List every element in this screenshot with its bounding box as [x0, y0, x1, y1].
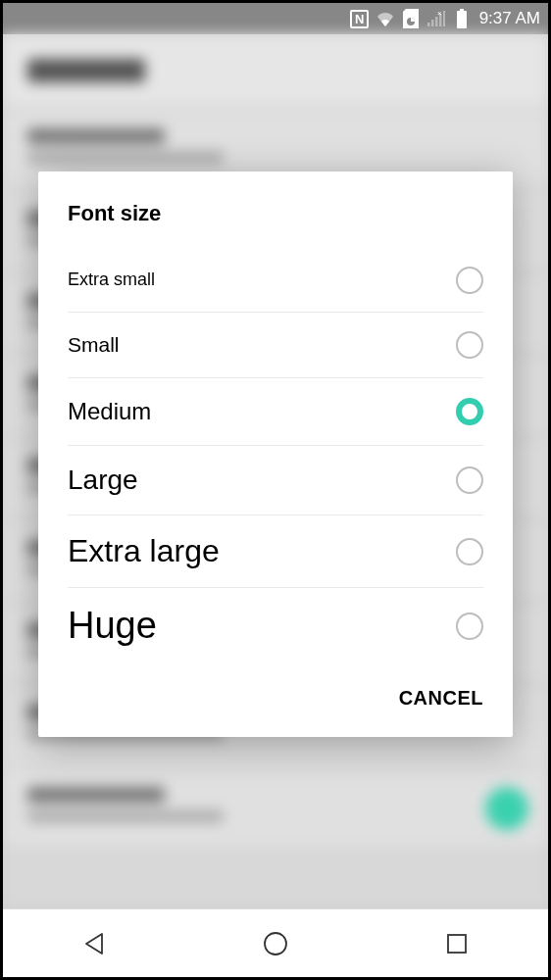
option-list: Extra small Small Medium Large Extra lar…	[38, 248, 513, 663]
square-recent-icon	[445, 932, 469, 956]
circle-home-icon	[262, 930, 289, 957]
wifi-icon	[376, 9, 395, 28]
option-huge[interactable]: Huge	[68, 588, 483, 663]
radio-icon	[456, 466, 483, 494]
option-label: Medium	[68, 378, 151, 445]
svg-rect-10	[448, 935, 466, 953]
signal-icon: ×	[426, 9, 446, 28]
option-label: Extra large	[68, 515, 220, 587]
option-medium[interactable]: Medium	[68, 378, 483, 446]
status-time: 9:37 AM	[479, 9, 540, 28]
option-label: Extra small	[68, 248, 155, 312]
radio-icon	[456, 538, 483, 565]
radio-icon-selected	[456, 398, 483, 425]
option-large[interactable]: Large	[68, 446, 483, 515]
font-size-dialog: Font size Extra small Small Medium Large…	[38, 172, 513, 737]
svg-rect-8	[457, 11, 467, 28]
status-bar: N ×	[3, 3, 548, 34]
triangle-back-icon	[81, 931, 107, 956]
svg-rect-1	[427, 23, 430, 26]
svg-rect-2	[431, 20, 434, 26]
option-small[interactable]: Small	[68, 313, 483, 378]
option-label: Small	[68, 313, 120, 377]
svg-text:×: ×	[437, 11, 442, 18]
option-extra-large[interactable]: Extra large	[68, 515, 483, 588]
nav-back-button[interactable]	[76, 926, 112, 961]
radio-icon	[456, 267, 483, 294]
cancel-button[interactable]: CANCEL	[399, 687, 483, 710]
svg-rect-5	[443, 11, 445, 26]
nav-home-button[interactable]	[258, 926, 293, 961]
battery-icon	[452, 9, 472, 28]
option-label: Large	[68, 446, 138, 514]
option-extra-small[interactable]: Extra small	[68, 248, 483, 313]
dialog-title: Font size	[38, 172, 513, 248]
sim-icon	[401, 9, 421, 28]
nav-recent-button[interactable]	[439, 926, 475, 961]
dialog-actions: CANCEL	[38, 663, 513, 737]
nfc-icon: N	[350, 9, 370, 28]
option-label: Huge	[68, 588, 157, 663]
navigation-bar	[3, 908, 548, 977]
svg-rect-7	[460, 9, 464, 11]
radio-icon	[456, 331, 483, 359]
radio-icon	[456, 612, 483, 640]
svg-point-9	[265, 933, 286, 955]
svg-rect-3	[435, 17, 438, 26]
